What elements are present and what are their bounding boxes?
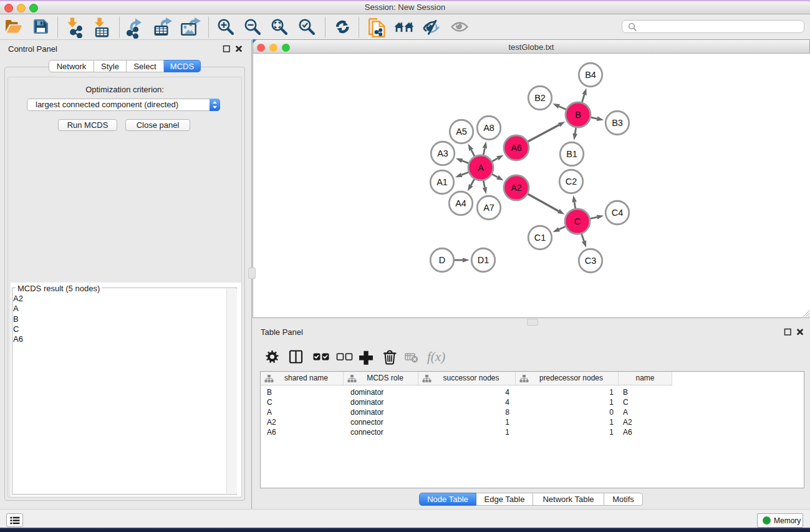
- svg-text:C: C: [574, 216, 581, 226]
- svg-text:A5: A5: [456, 127, 467, 137]
- svg-text:B2: B2: [534, 93, 546, 103]
- svg-text:A3: A3: [437, 148, 448, 158]
- svg-text:A6: A6: [511, 143, 522, 153]
- svg-text:C2: C2: [566, 177, 577, 186]
- svg-text:A4: A4: [455, 198, 466, 208]
- svg-text:A: A: [478, 163, 484, 173]
- svg-text:B1: B1: [566, 149, 577, 159]
- svg-text:D: D: [439, 255, 445, 265]
- svg-text:C4: C4: [612, 208, 624, 218]
- svg-text:C3: C3: [585, 256, 597, 266]
- svg-text:A2: A2: [511, 183, 522, 193]
- svg-text:D1: D1: [478, 255, 489, 265]
- svg-text:B3: B3: [612, 118, 623, 128]
- svg-text:C1: C1: [534, 233, 546, 243]
- svg-text:A1: A1: [436, 177, 448, 187]
- svg-text:A8: A8: [483, 123, 494, 133]
- svg-text:B4: B4: [585, 70, 596, 80]
- svg-text:A7: A7: [483, 203, 494, 213]
- svg-text:f(x): f(x): [427, 349, 445, 364]
- svg-text:B: B: [575, 110, 581, 120]
